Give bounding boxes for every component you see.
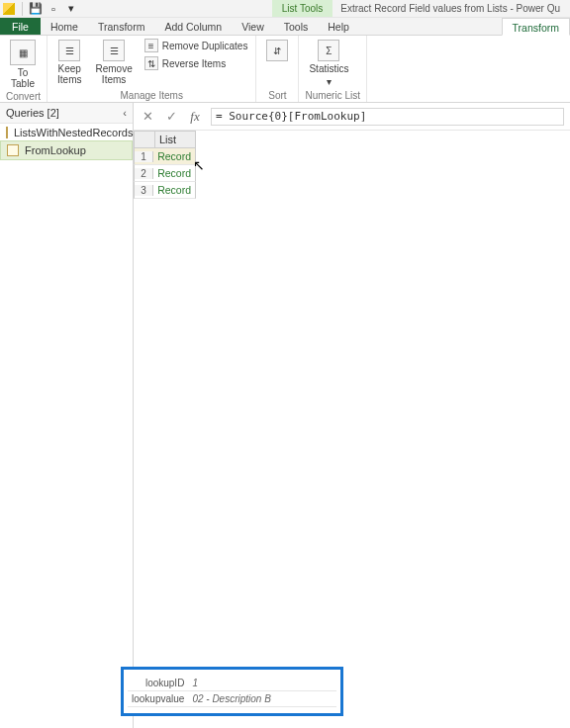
remove-duplicates-button[interactable]: ≡ Remove Duplicates — [142, 38, 250, 53]
save-icon[interactable]: 💾 — [29, 2, 43, 16]
formula-input[interactable] — [211, 108, 564, 126]
to-table-button[interactable]: ▦ To Table — [6, 38, 40, 91]
preview-key: lookupID — [128, 676, 188, 691]
ribbon: ▦ To Table Convert ☰ Keep Items ☰ Remove… — [0, 36, 570, 103]
ribbon-group-convert: ▦ To Table Convert — [0, 36, 48, 102]
queries-title: Queries [2] — [6, 107, 59, 119]
data-grid: List 1 Record 2 Record 3 Record ↖ — [134, 131, 570, 199]
remove-items-icon: ☰ — [103, 40, 125, 61]
query-icon — [7, 144, 19, 156]
ribbon-tabs: File Home Transform Add Column View Tool… — [0, 18, 570, 36]
queries-pane: Queries [2] ‹ ListsWithNestedRecords Fro… — [0, 103, 134, 728]
reverse-items-button[interactable]: ⇅ Reverse Items — [142, 55, 250, 71]
record-preview-panel: lookupID 1 lookupvalue 02 - Description … — [121, 667, 343, 716]
contextual-tab-title: List Tools — [272, 0, 333, 17]
formula-bar: ✕ ✓ fx — [134, 103, 570, 131]
main-area: ✕ ✓ fx List 1 Record 2 Record — [134, 103, 570, 728]
tab-list-transform[interactable]: Transform — [502, 18, 570, 36]
group-label-sort: Sort — [262, 90, 292, 102]
preview-value: 02 - Description B — [188, 691, 336, 707]
accept-formula-icon[interactable]: ✓ — [163, 109, 179, 125]
fx-icon[interactable]: fx — [187, 109, 203, 125]
table-icon: ▦ — [10, 40, 36, 65]
grid-row[interactable]: 2 Record — [134, 165, 196, 182]
grid-column-header[interactable]: List — [155, 132, 195, 147]
record-link[interactable]: Record — [153, 184, 195, 196]
preview-row: lookupvalue 02 - Description B — [128, 691, 336, 707]
tab-view[interactable]: View — [232, 18, 274, 35]
grid-corner — [135, 132, 155, 147]
sigma-icon: Σ — [318, 40, 339, 61]
ribbon-group-numeric: Σ Statistics ▾ Numeric List — [299, 36, 367, 102]
group-label-manage: Manage Items — [53, 90, 249, 102]
statistics-button[interactable]: Σ Statistics ▾ — [305, 38, 352, 89]
cancel-formula-icon[interactable]: ✕ — [140, 109, 155, 125]
titlebar: 💾 ▫ ▾ List Tools Extract Record Field va… — [0, 0, 570, 18]
remove-duplicates-icon: ≡ — [144, 39, 158, 52]
keep-items-button[interactable]: ☰ Keep Items — [53, 38, 85, 87]
record-link[interactable]: Record — [153, 167, 195, 179]
document-icon[interactable]: ▫ — [47, 2, 60, 16]
app-logo-icon — [2, 2, 16, 16]
chevron-down-icon: ▾ — [327, 76, 332, 87]
row-index: 1 — [135, 151, 153, 162]
qat-dropdown-icon[interactable]: ▾ — [64, 2, 78, 16]
ribbon-group-manage: ☰ Keep Items ☰ Remove Items ≡ Remove Dup… — [48, 36, 256, 102]
group-label-numeric: Numeric List — [305, 90, 360, 102]
ribbon-group-sort: ⇵ Sort — [256, 36, 299, 102]
row-index: 3 — [135, 185, 153, 196]
grid-row[interactable]: 3 Record — [134, 182, 196, 199]
queries-pane-header: Queries [2] ‹ — [0, 103, 133, 124]
tab-help[interactable]: Help — [318, 18, 359, 35]
preview-value: 1 — [188, 676, 336, 691]
grid-row[interactable]: 1 Record — [134, 148, 196, 165]
keep-items-icon: ☰ — [58, 40, 80, 61]
sort-icon: ⇵ — [266, 40, 288, 61]
group-label-convert: Convert — [6, 91, 41, 103]
query-item-from-lookup[interactable]: FromLookup — [0, 140, 133, 160]
tab-transform[interactable]: Transform — [88, 18, 154, 35]
reverse-icon: ⇅ — [144, 56, 158, 70]
quick-access-toolbar: 💾 ▫ ▾ — [2, 2, 78, 16]
tab-tools[interactable]: Tools — [274, 18, 319, 35]
tab-add-column[interactable]: Add Column — [154, 18, 232, 35]
window-title: Extract Record Field values from Lists -… — [332, 0, 568, 17]
collapse-pane-icon[interactable]: ‹ — [123, 107, 127, 119]
sort-button[interactable]: ⇵ — [262, 38, 292, 63]
remove-items-button[interactable]: ☰ Remove Items — [91, 38, 136, 87]
tab-home[interactable]: Home — [41, 18, 88, 35]
tab-file[interactable]: File — [0, 18, 41, 35]
query-item-lists-with-nested[interactable]: ListsWithNestedRecords — [0, 124, 133, 141]
record-link[interactable]: Record — [153, 150, 195, 162]
row-index: 2 — [135, 168, 153, 179]
preview-key: lookupvalue — [128, 691, 188, 707]
query-icon — [6, 127, 8, 138]
preview-row: lookupID 1 — [128, 676, 336, 691]
